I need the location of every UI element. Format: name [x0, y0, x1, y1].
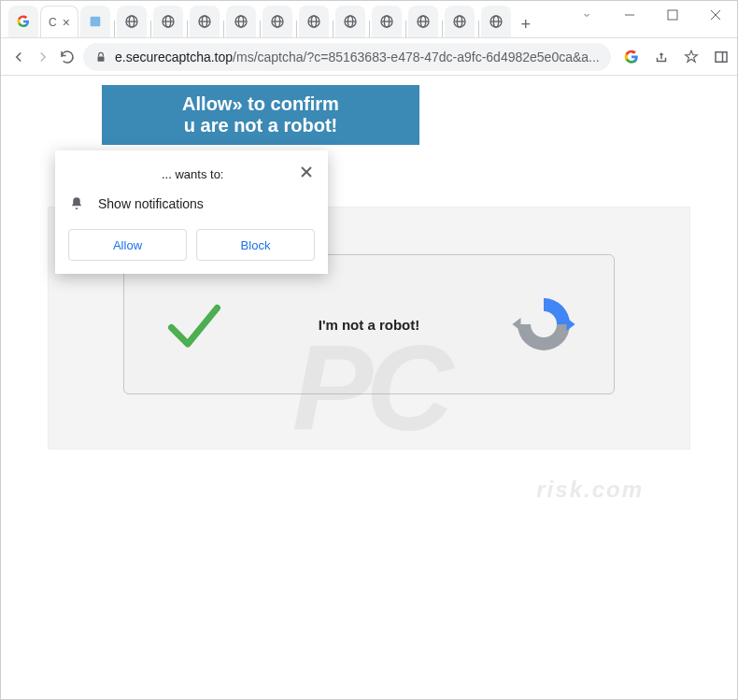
popup-header: ... wants to: — [68, 164, 315, 184]
page-content: Allow» to confirm u are not a robot! I'm… — [1, 76, 737, 699]
tab-globe-3[interactable] — [190, 6, 220, 37]
bell-icon — [68, 195, 85, 212]
google-services-icon[interactable] — [622, 48, 641, 66]
maximize-button[interactable] — [651, 0, 694, 30]
confirm-banner: Allow» to confirm u are not a robot! — [102, 85, 419, 145]
banner-line1: Allow» to confirm — [182, 93, 339, 115]
bookmark-star-icon[interactable] — [682, 48, 701, 66]
close-window-button[interactable] — [694, 0, 737, 30]
chevron-down-icon — [581, 9, 592, 21]
globe-icon — [124, 14, 139, 29]
tab-divider — [296, 21, 297, 37]
globe-icon — [306, 14, 321, 29]
globe-icon — [197, 14, 212, 29]
svg-rect-1 — [91, 17, 101, 27]
tab-divider — [260, 21, 261, 37]
tab-globe-7[interactable] — [335, 6, 365, 37]
toolbar: e.securecaptcha.top/ms/captcha/?c=851636… — [1, 38, 737, 76]
tab-active[interactable]: C × — [40, 6, 78, 37]
tab-divider — [369, 21, 370, 37]
reload-button[interactable] — [59, 44, 76, 70]
tab-divider — [187, 21, 188, 37]
browser-window: C × — [0, 0, 738, 700]
tab-divider — [478, 21, 479, 37]
tab-divider — [150, 21, 151, 37]
share-icon[interactable] — [652, 48, 671, 66]
tab-divider — [333, 21, 334, 37]
globe-icon — [452, 14, 467, 29]
google-favicon-icon — [16, 14, 31, 29]
svg-marker-44 — [567, 318, 575, 331]
titlebar: C × — [1, 1, 737, 38]
popup-body: Show notifications — [68, 195, 315, 212]
window-controls — [565, 0, 737, 37]
recaptcha-logo-icon — [511, 292, 576, 357]
url-text: e.securecaptcha.top/ms/captcha/?c=851636… — [115, 50, 600, 64]
tab-blank-1[interactable] — [80, 6, 110, 37]
globe-icon — [379, 14, 394, 29]
checkmark-icon — [162, 292, 227, 357]
tab-globe-6[interactable] — [299, 6, 329, 37]
back-button[interactable] — [10, 44, 27, 70]
block-button[interactable]: Block — [196, 229, 315, 261]
globe-icon — [489, 14, 504, 29]
minimize-button[interactable] — [608, 0, 651, 30]
globe-icon — [416, 14, 431, 29]
tab-divider — [442, 21, 443, 37]
popup-close-button[interactable] — [298, 164, 315, 184]
tab-google[interactable] — [8, 6, 38, 37]
lock-icon — [94, 50, 107, 64]
allow-button[interactable]: Allow — [68, 229, 187, 261]
captcha-text: I'm not a robot! — [227, 317, 511, 333]
chevron-down-button[interactable] — [565, 0, 608, 30]
extension-icon — [88, 14, 103, 29]
popup-title: ... wants to: — [162, 167, 223, 181]
tab-globe-2[interactable] — [153, 6, 183, 37]
tab-globe-10[interactable] — [445, 6, 475, 37]
block-label: Block — [241, 238, 271, 252]
minimize-icon — [624, 9, 635, 21]
globe-icon — [161, 14, 176, 29]
tab-globe-8[interactable] — [372, 6, 402, 37]
allow-label: Allow — [113, 238, 142, 252]
close-icon — [300, 165, 313, 179]
tab-close-icon[interactable]: × — [63, 15, 70, 30]
url-domain: e.securecaptcha.top — [115, 50, 233, 64]
maximize-icon — [667, 9, 678, 21]
globe-icon — [270, 14, 285, 29]
tab-title: C — [49, 16, 57, 29]
svg-rect-39 — [98, 56, 105, 61]
captcha-box[interactable]: I'm not a robot! — [123, 254, 615, 394]
notification-permission-popup: ... wants to: Show notifications Allow B… — [55, 150, 328, 274]
tab-globe-9[interactable] — [408, 6, 438, 37]
close-icon — [710, 9, 721, 21]
tab-divider — [223, 21, 224, 37]
svg-rect-36 — [668, 10, 677, 20]
tab-divider — [405, 21, 406, 37]
tab-strip: C × — [1, 0, 565, 37]
toolbar-icons: ⋮ — [618, 45, 738, 69]
watermark-sub: risk.com — [536, 477, 644, 503]
svg-marker-45 — [512, 318, 520, 331]
forward-button[interactable] — [35, 44, 51, 70]
tab-globe-4[interactable] — [226, 6, 256, 37]
globe-icon — [234, 14, 248, 29]
arrow-left-icon — [10, 49, 27, 65]
tab-globe-11[interactable] — [481, 6, 511, 37]
address-bar[interactable]: e.securecaptcha.top/ms/captcha/?c=851636… — [83, 43, 611, 71]
arrow-right-icon — [35, 49, 51, 65]
reload-icon — [59, 49, 76, 65]
svg-rect-41 — [716, 51, 727, 62]
url-path: /ms/captcha/?c=85163683-e478-47dc-a9fc-6… — [233, 50, 600, 64]
tab-divider — [114, 21, 115, 37]
new-tab-button[interactable]: + — [513, 11, 539, 37]
plus-icon: + — [521, 15, 532, 35]
tab-globe-1[interactable] — [117, 6, 147, 37]
banner-line2: u are not a robot! — [184, 115, 337, 136]
popup-buttons: Allow Block — [68, 229, 315, 261]
tab-globe-5[interactable] — [263, 6, 292, 37]
popup-permission-text: Show notifications — [98, 196, 204, 211]
globe-icon — [343, 14, 358, 29]
side-panel-icon[interactable] — [712, 48, 731, 66]
